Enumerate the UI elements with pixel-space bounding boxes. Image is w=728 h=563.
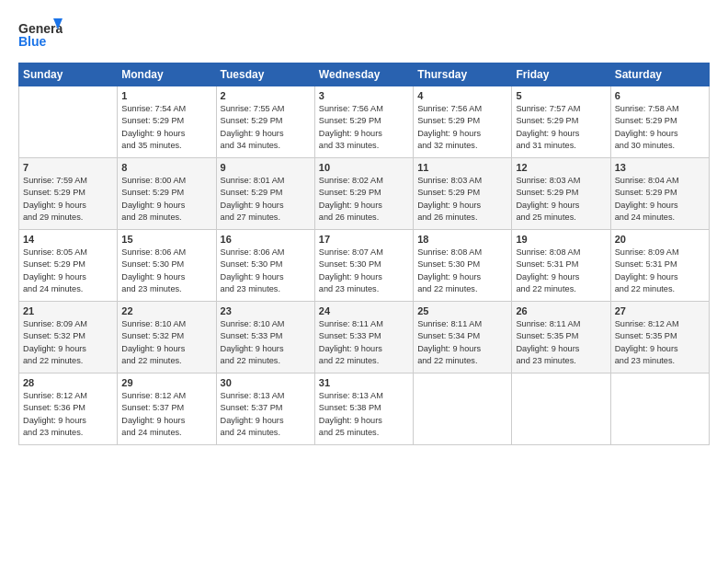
calendar-cell: 4Sunrise: 7:56 AM Sunset: 5:29 PM Daylig… [414,86,512,158]
cell-content: Sunrise: 8:01 AM Sunset: 5:29 PM Dayligh… [221,175,311,224]
day-number: 20 [615,234,705,245]
calendar-cell: 26Sunrise: 8:11 AM Sunset: 5:35 PM Dayli… [512,302,610,373]
calendar-cell: 15Sunrise: 8:06 AM Sunset: 5:30 PM Dayli… [118,230,216,302]
logo-icon: GeneralBlue [18,17,63,55]
day-number: 25 [417,305,507,316]
calendar-cell: 18Sunrise: 8:08 AM Sunset: 5:30 PM Dayli… [414,230,512,302]
calendar-cell: 21Sunrise: 8:09 AM Sunset: 5:32 PM Dayli… [19,302,118,373]
day-number: 2 [221,90,311,101]
calendar-cell: 2Sunrise: 7:55 AM Sunset: 5:29 PM Daylig… [216,86,314,158]
day-number: 10 [319,162,409,173]
cell-content: Sunrise: 8:06 AM Sunset: 5:30 PM Dayligh… [221,247,311,295]
calendar-cell: 5Sunrise: 7:57 AM Sunset: 5:29 PM Daylig… [512,86,610,158]
cell-content: Sunrise: 7:57 AM Sunset: 5:29 PM Dayligh… [516,103,606,152]
day-header-thursday: Thursday [414,63,512,86]
cell-content: Sunrise: 7:56 AM Sunset: 5:29 PM Dayligh… [417,103,507,152]
week-row-1: 1Sunrise: 7:54 AM Sunset: 5:29 PM Daylig… [19,86,710,158]
day-number: 15 [121,234,211,245]
calendar-cell: 3Sunrise: 7:56 AM Sunset: 5:29 PM Daylig… [314,86,413,158]
day-number: 9 [221,162,311,173]
cell-content: Sunrise: 7:59 AM Sunset: 5:29 PM Dayligh… [23,175,113,224]
day-number: 1 [121,90,211,101]
calendar-cell [414,373,512,445]
cell-content: Sunrise: 8:09 AM Sunset: 5:31 PM Dayligh… [615,247,705,295]
cell-content: Sunrise: 8:03 AM Sunset: 5:29 PM Dayligh… [516,175,606,224]
day-header-tuesday: Tuesday [216,63,314,86]
day-number: 8 [121,162,211,173]
cell-content: Sunrise: 8:07 AM Sunset: 5:30 PM Dayligh… [319,247,409,295]
day-number: 28 [23,377,113,388]
cell-content: Sunrise: 8:12 AM Sunset: 5:35 PM Dayligh… [615,318,705,367]
cell-content: Sunrise: 8:13 AM Sunset: 5:37 PM Dayligh… [221,390,311,439]
calendar-cell: 24Sunrise: 8:11 AM Sunset: 5:33 PM Dayli… [314,302,413,373]
calendar-cell: 27Sunrise: 8:12 AM Sunset: 5:35 PM Dayli… [610,302,709,373]
cell-content: Sunrise: 8:05 AM Sunset: 5:29 PM Dayligh… [23,247,113,295]
day-number: 12 [516,162,606,173]
svg-text:Blue: Blue [18,34,47,49]
week-row-3: 14Sunrise: 8:05 AM Sunset: 5:29 PM Dayli… [19,230,710,302]
calendar-cell: 6Sunrise: 7:58 AM Sunset: 5:29 PM Daylig… [610,86,709,158]
cell-content: Sunrise: 7:54 AM Sunset: 5:29 PM Dayligh… [121,103,211,152]
day-number: 5 [516,90,606,101]
calendar-cell: 14Sunrise: 8:05 AM Sunset: 5:29 PM Dayli… [19,230,118,302]
cell-content: Sunrise: 7:58 AM Sunset: 5:29 PM Dayligh… [615,103,705,152]
calendar-cell: 22Sunrise: 8:10 AM Sunset: 5:32 PM Dayli… [118,302,216,373]
day-number: 24 [319,305,409,316]
calendar-cell [19,86,118,158]
week-row-5: 28Sunrise: 8:12 AM Sunset: 5:36 PM Dayli… [19,373,710,445]
cell-content: Sunrise: 7:55 AM Sunset: 5:29 PM Dayligh… [221,103,311,152]
calendar-cell: 13Sunrise: 8:04 AM Sunset: 5:29 PM Dayli… [610,158,709,230]
cell-content: Sunrise: 8:10 AM Sunset: 5:33 PM Dayligh… [221,318,311,367]
calendar-cell: 7Sunrise: 7:59 AM Sunset: 5:29 PM Daylig… [19,158,118,230]
calendar-cell: 19Sunrise: 8:08 AM Sunset: 5:31 PM Dayli… [512,230,610,302]
cell-content: Sunrise: 8:11 AM Sunset: 5:35 PM Dayligh… [516,318,606,367]
header: GeneralBlue [18,17,710,55]
calendar-cell [512,373,610,445]
day-number: 4 [417,90,507,101]
day-number: 19 [516,234,606,245]
day-number: 3 [319,90,409,101]
calendar-cell: 31Sunrise: 8:13 AM Sunset: 5:38 PM Dayli… [314,373,413,445]
cell-content: Sunrise: 8:12 AM Sunset: 5:36 PM Dayligh… [23,390,113,439]
logo: GeneralBlue [18,17,63,55]
cell-content: Sunrise: 8:06 AM Sunset: 5:30 PM Dayligh… [121,247,211,295]
calendar-cell: 23Sunrise: 8:10 AM Sunset: 5:33 PM Dayli… [216,302,314,373]
day-header-saturday: Saturday [610,63,709,86]
calendar-cell: 9Sunrise: 8:01 AM Sunset: 5:29 PM Daylig… [216,158,314,230]
day-number: 17 [319,234,409,245]
calendar-cell: 29Sunrise: 8:12 AM Sunset: 5:37 PM Dayli… [118,373,216,445]
calendar-cell: 20Sunrise: 8:09 AM Sunset: 5:31 PM Dayli… [610,230,709,302]
cell-content: Sunrise: 8:08 AM Sunset: 5:31 PM Dayligh… [516,247,606,295]
cell-content: Sunrise: 8:12 AM Sunset: 5:37 PM Dayligh… [121,390,211,439]
day-number: 26 [516,305,606,316]
calendar-cell: 1Sunrise: 7:54 AM Sunset: 5:29 PM Daylig… [118,86,216,158]
calendar-cell: 8Sunrise: 8:00 AM Sunset: 5:29 PM Daylig… [118,158,216,230]
header-row: SundayMondayTuesdayWednesdayThursdayFrid… [19,63,710,86]
day-number: 23 [221,305,311,316]
calendar-cell: 25Sunrise: 8:11 AM Sunset: 5:34 PM Dayli… [414,302,512,373]
calendar-container: GeneralBlue SundayMondayTuesdayWednesday… [0,0,728,563]
calendar-cell: 11Sunrise: 8:03 AM Sunset: 5:29 PM Dayli… [414,158,512,230]
day-header-sunday: Sunday [19,63,118,86]
calendar-cell: 12Sunrise: 8:03 AM Sunset: 5:29 PM Dayli… [512,158,610,230]
day-number: 27 [615,305,705,316]
cell-content: Sunrise: 8:13 AM Sunset: 5:38 PM Dayligh… [319,390,409,439]
day-number: 11 [417,162,507,173]
day-number: 16 [221,234,311,245]
calendar-cell: 10Sunrise: 8:02 AM Sunset: 5:29 PM Dayli… [314,158,413,230]
cell-content: Sunrise: 8:00 AM Sunset: 5:29 PM Dayligh… [121,175,211,224]
day-number: 18 [417,234,507,245]
day-header-monday: Monday [118,63,216,86]
day-number: 31 [319,377,409,388]
calendar-table: SundayMondayTuesdayWednesdayThursdayFrid… [18,63,710,445]
day-number: 14 [23,234,113,245]
calendar-cell [610,373,709,445]
cell-content: Sunrise: 8:02 AM Sunset: 5:29 PM Dayligh… [319,175,409,224]
day-number: 22 [121,305,211,316]
day-number: 30 [221,377,311,388]
day-header-friday: Friday [512,63,610,86]
day-header-wednesday: Wednesday [314,63,413,86]
calendar-cell: 30Sunrise: 8:13 AM Sunset: 5:37 PM Dayli… [216,373,314,445]
cell-content: Sunrise: 8:11 AM Sunset: 5:33 PM Dayligh… [319,318,409,367]
cell-content: Sunrise: 7:56 AM Sunset: 5:29 PM Dayligh… [319,103,409,152]
